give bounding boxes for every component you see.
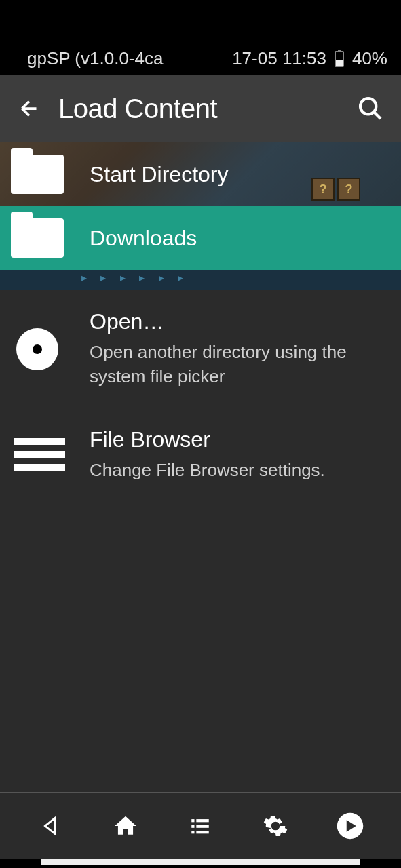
search-button[interactable] <box>356 94 385 123</box>
status-app-text: gpSP (v1.0.0-4ca <box>27 48 232 69</box>
svg-point-0 <box>360 98 376 114</box>
nav-home-button[interactable] <box>110 810 141 842</box>
svg-rect-2 <box>192 819 195 822</box>
svg-rect-4 <box>192 825 195 828</box>
menu-item-file-browser[interactable]: File Browser Change File Browser setting… <box>0 408 401 501</box>
disc-icon <box>16 328 58 370</box>
nav-list-button[interactable] <box>185 810 216 842</box>
item-label: Downloads <box>90 226 393 251</box>
nav-play-button[interactable] <box>335 810 366 842</box>
back-button[interactable] <box>16 96 42 121</box>
folder-icon <box>11 218 64 258</box>
bottom-navigation <box>0 792 401 859</box>
status-bar: gpSP (v1.0.0-4ca 17-05 11:53 40% <box>0 0 401 75</box>
status-battery: 40% <box>352 48 387 69</box>
item-label: Open… <box>90 309 393 334</box>
menu-item-downloads[interactable]: Downloads <box>0 206 401 270</box>
home-indicator <box>41 859 360 865</box>
game-bg-band <box>0 270 401 290</box>
battery-icon <box>335 51 344 67</box>
svg-rect-3 <box>197 819 209 822</box>
svg-line-1 <box>374 112 381 119</box>
item-label: Start Directory <box>90 162 393 187</box>
nav-back-button[interactable] <box>35 810 66 842</box>
folder-icon <box>11 155 64 194</box>
item-label: File Browser <box>90 427 393 452</box>
status-time: 17-05 11:53 <box>232 48 326 69</box>
app-header: Load Content <box>0 75 401 142</box>
svg-rect-5 <box>197 825 209 828</box>
svg-rect-7 <box>197 831 209 833</box>
menu-icon <box>14 438 65 471</box>
nav-settings-button[interactable] <box>260 810 291 842</box>
page-title: Load Content <box>58 94 356 124</box>
svg-rect-6 <box>192 831 195 833</box>
item-subtitle: Change File Browser settings. <box>90 458 393 482</box>
menu-item-open[interactable]: Open… Open another directory using the s… <box>0 290 401 408</box>
item-subtitle: Open another directory using the system … <box>90 340 393 389</box>
menu-item-start-directory[interactable]: Start Directory <box>0 142 401 206</box>
